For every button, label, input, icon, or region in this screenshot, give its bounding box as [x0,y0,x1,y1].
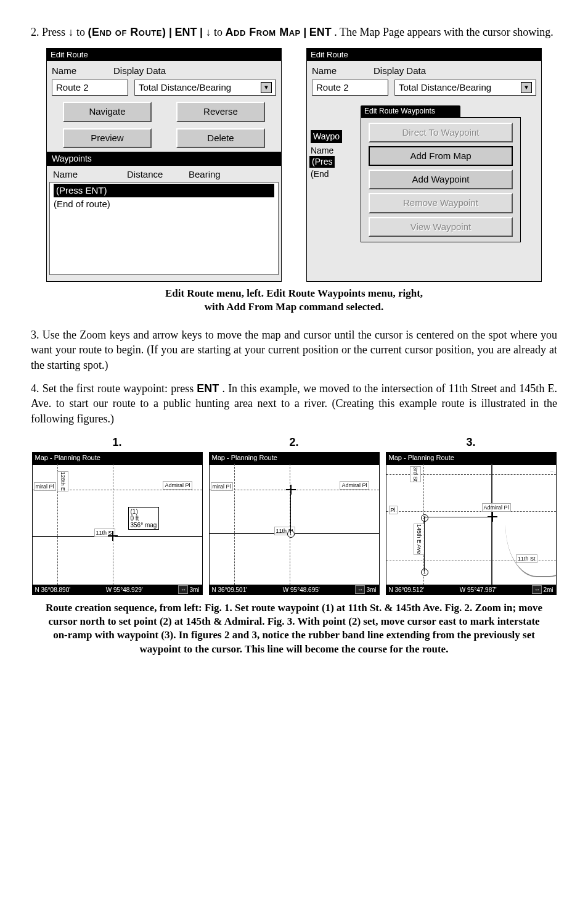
name-field[interactable]: Route 2 [312,80,388,96]
zoom-level: 3mi [189,586,199,594]
map-road-label: 3rd St [410,466,421,482]
map-2-label: 2. [289,435,298,450]
map-1-label: 1. [112,435,121,450]
map-1-screen[interactable]: Map - Planning Route Admiral Pl 11th St … [32,452,203,595]
label-display-data: Display Data [374,65,536,77]
zoom-control[interactable]: ↔3mi [178,585,199,594]
label-display-data: Display Data [113,65,276,77]
lat-readout: N 36°08.890' [35,586,71,594]
lat-readout: N 36°09.512' [389,586,425,594]
name-value: Route 2 [316,81,349,94]
zoom-control[interactable]: ↔2mi [532,585,553,594]
label-name: Name [52,65,107,77]
panels-row: Edit Route Name Display Data Route 2 Tot… [31,48,557,282]
map-road-label: miral Pl [34,482,56,491]
panel-title: Edit Route [307,49,541,61]
map-1-col: 1. Map - Planning Route Admiral Pl 11th … [32,435,203,595]
map-road-label: Admiral Pl [163,481,192,490]
panel-edit-route-left: Edit Route Name Display Data Route 2 Tot… [46,48,282,282]
map-road-label: Admiral Pl [340,481,369,490]
map-road-label: 128th E [57,471,68,491]
maps-row: 1. Map - Planning Route Admiral Pl 11th … [31,435,557,595]
waypoints-header: Waypoints [47,152,281,166]
col-name: Name [53,168,127,181]
t: Edit Route menu, left. Edit Route Waypoi… [165,287,423,299]
navigate-button[interactable]: Navigate [63,102,152,121]
col-bearing: Bearing [189,168,275,181]
map-2-screen[interactable]: Map - Planning Route Admiral Pl 11th St … [209,452,380,595]
waypoint-marker: 1 [421,569,428,576]
context-menu-title: Edit Route Waypoints [361,105,460,117]
preview-button[interactable]: Preview [63,128,152,148]
cursor-callout: (1) 0 ft 356° mag [128,507,160,530]
zoom-control[interactable]: ↔3mi [355,585,376,594]
delete-button[interactable]: Delete [176,128,265,148]
peek-press: (Pres [309,156,335,168]
menu-remove-waypoint[interactable]: Remove Waypoint [369,193,513,213]
table-row[interactable]: (End of route) [54,197,274,211]
peek-waypoints-header: Waypo [309,130,343,143]
waypoint-marker: 1 [287,530,295,538]
map-title-bar: Map - Planning Route [386,453,556,465]
map-title-bar: Map - Planning Route [33,453,202,465]
zoom-level: 3mi [366,586,376,594]
menu-direct-to-waypoint[interactable]: Direct To Waypoint [369,123,513,142]
panel-edit-route-right: Edit Route Name Display Data Route 2 Tot… [306,48,542,282]
t: with Add From Map command selected. [205,301,384,313]
figure-caption-2: Route creation sequence, from left: Fig.… [43,601,545,656]
waypoints-table[interactable]: (Press ENT) (End of route) [49,182,279,275]
panel-title: Edit Route [47,49,281,61]
pan-icon[interactable]: ↔ [355,585,365,594]
key-ent: ENT [175,26,197,38]
col-distance: Distance [127,168,189,181]
map-3-label: 3. [466,435,475,450]
table-row[interactable]: (Press ENT) [54,184,274,197]
map-3-screen[interactable]: Map - Planning Route Admiral Pl 11th St … [386,452,557,595]
lon-readout: W 95°47.987' [460,586,497,594]
route-line [424,517,425,571]
context-menu-edit-route-waypoints: Edit Route Waypoints Direct To Waypoint … [361,105,521,242]
chevron-down-icon[interactable]: ▼ [261,82,272,93]
reverse-button[interactable]: Reverse [176,102,265,121]
map-title-bar: Map - Planning Route [210,453,379,465]
map-road-label: miral Pl [211,482,233,491]
map-2-col: 2. Map - Planning Route Admiral Pl 11th … [209,435,380,595]
key-end-of-route: (End of Route) [88,26,166,38]
pan-icon[interactable]: ↔ [178,585,188,594]
name-value: Route 2 [56,81,89,94]
peek-end: (End [309,168,330,180]
menu-add-waypoint[interactable]: Add Waypoint [369,170,513,189]
separator: | [303,26,306,38]
map-status-bar: N 36°08.890' W 95°48.929' ↔3mi [33,585,202,594]
display-value: Total Distance/Bearing [139,81,231,94]
menu-view-waypoint[interactable]: View Waypoint [369,217,513,237]
peek-name: Name [309,145,335,157]
display-data-dropdown[interactable]: Total Distance/Bearing ▼ [394,80,536,96]
figure-caption-1: Edit Route menu, left. Edit Route Waypoi… [68,287,520,314]
display-value: Total Distance/Bearing [399,81,491,94]
rubber-band-line [424,517,492,517]
menu-add-from-map[interactable]: Add From Map [369,146,513,166]
chevron-down-icon[interactable]: ▼ [521,82,532,93]
step-3-text: 3. Use the Zoom keys and arrow keys to m… [31,327,557,372]
label-name: Name [312,65,367,77]
t: . The Map Page appears with the cursor s… [334,26,553,38]
rubber-band-line [290,490,291,533]
key-ent: ENT [309,26,332,38]
arrow-down-icon: ↓ [206,26,211,38]
display-data-dropdown[interactable]: Total Distance/Bearing ▼ [134,80,276,96]
pan-icon[interactable]: ↔ [532,585,542,594]
name-field[interactable]: Route 2 [52,80,128,96]
lon-readout: W 95°48.929' [106,586,143,594]
t: 4. Set the first route waypoint: press [31,382,197,395]
key-add-from-map: Add From Map [226,26,301,38]
lat-readout: N 36°09.501' [212,586,248,594]
map-road-label: 145th E Ave [414,524,425,554]
key-ent: ENT [197,382,219,395]
zoom-level: 2mi [543,586,553,594]
step-2-text: 2. Press ↓ to (End of Route) | ENT | ↓ t… [31,25,557,39]
map-road-label: Pl [389,506,398,514]
t: to [76,26,88,38]
peek-column: Waypo Name (Pres (End [312,101,341,242]
t: 2. Press [31,26,68,38]
